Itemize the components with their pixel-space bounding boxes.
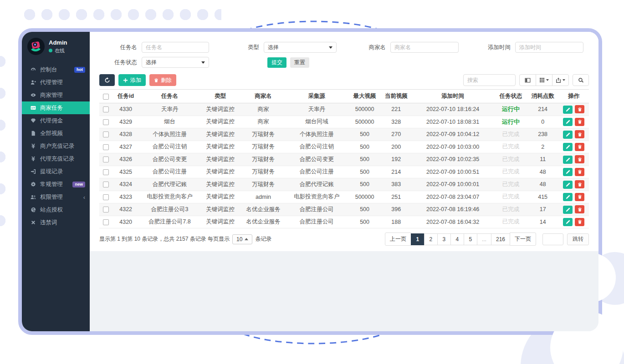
- sidebar-item-banned-words[interactable]: 违禁词: [22, 216, 90, 229]
- refresh-button[interactable]: [99, 74, 115, 86]
- search-button[interactable]: [573, 74, 589, 86]
- edit-button[interactable]: [563, 218, 573, 226]
- detail-view-button[interactable]: [519, 74, 536, 86]
- sidebar-item-merchant-recharge[interactable]: 商户充值记录: [22, 140, 90, 152]
- prev-page-button[interactable]: 上一页: [385, 233, 411, 246]
- row-checkbox[interactable]: [103, 157, 109, 162]
- row-checkbox[interactable]: [103, 207, 109, 212]
- cell-type: 关键词监控: [200, 141, 241, 153]
- cell-type: 关键词监控: [200, 153, 241, 166]
- row-checkbox[interactable]: [103, 169, 109, 175]
- cell-type: 关键词监控: [200, 103, 241, 116]
- next-page-button[interactable]: 下一页: [510, 233, 536, 246]
- file-icon: [30, 131, 36, 136]
- delete-button[interactable]: [575, 155, 584, 163]
- task-status-label: 任务状态: [99, 59, 142, 66]
- sidebar-item-label: 代理充值记录: [40, 155, 74, 163]
- delete-button[interactable]: [575, 105, 584, 113]
- table-row: 4327合肥公司注销关键词监控万瑞财务合肥公司注销5002002022-07-0…: [99, 141, 589, 153]
- cell-current-videos: 221: [382, 103, 411, 116]
- edit-button[interactable]: [563, 156, 573, 164]
- sidebar-item-all-videos[interactable]: 全部视频: [22, 127, 90, 140]
- row-checkbox[interactable]: [103, 106, 109, 112]
- task-name-label: 任务名: [99, 44, 142, 51]
- sidebar-item-permission-manage[interactable]: 权限管理‹: [22, 191, 90, 203]
- status-badge: 已完成: [502, 131, 520, 137]
- type-select[interactable]: 选择: [264, 42, 337, 53]
- add-button[interactable]: 添加: [118, 74, 146, 86]
- cell-task-id: 4327: [112, 141, 139, 153]
- sidebar-item-agent-commission[interactable]: 代理佣金: [22, 114, 90, 127]
- cell-status: 已完成: [495, 141, 527, 153]
- page-button-3[interactable]: 3: [437, 233, 451, 245]
- delete-button[interactable]: [575, 218, 584, 226]
- edit-button[interactable]: [563, 118, 573, 126]
- user-status-label: 在线: [55, 47, 65, 54]
- table-search-input[interactable]: [463, 74, 516, 86]
- row-checkbox[interactable]: [103, 119, 109, 125]
- delete-button[interactable]: [575, 168, 584, 176]
- table-row: 4326合肥公司变更关键词监控万瑞财务合肥公司变更5001922022-07-0…: [99, 153, 589, 166]
- delete-button[interactable]: [575, 130, 584, 138]
- cell-max-videos: 500: [348, 178, 381, 191]
- export-dropdown-button[interactable]: [552, 74, 569, 86]
- delete-selected-button[interactable]: 删除: [149, 74, 176, 86]
- page-button-216[interactable]: 216: [491, 233, 510, 245]
- avatar: [27, 38, 45, 55]
- delete-button[interactable]: [575, 205, 584, 213]
- view-button-group: [519, 74, 569, 86]
- cell-merchant: 商家: [241, 103, 286, 116]
- page-button-5[interactable]: 5: [464, 233, 477, 245]
- type-filter: 类型 选择: [209, 42, 337, 53]
- jump-page-input[interactable]: [542, 233, 563, 245]
- add-time-input[interactable]: [515, 42, 583, 53]
- task-status-select[interactable]: 选择: [142, 57, 209, 68]
- delete-button[interactable]: [575, 180, 584, 188]
- cell-merchant: 名优企业服务: [241, 203, 286, 216]
- edit-button[interactable]: [563, 143, 573, 151]
- edit-button[interactable]: [563, 193, 573, 201]
- cell-type: 关键词监控: [200, 216, 241, 228]
- page-button-1[interactable]: 1: [411, 233, 425, 245]
- row-checkbox[interactable]: [103, 194, 109, 200]
- row-checkbox[interactable]: [103, 219, 109, 225]
- edit-button[interactable]: [563, 206, 573, 214]
- cell-task-name: 合肥公司注册: [139, 166, 199, 178]
- cell-current-videos: 200: [382, 141, 411, 153]
- row-checkbox[interactable]: [103, 144, 109, 150]
- sidebar-item-general-manage[interactable]: 常规管理new: [22, 178, 90, 191]
- refresh-icon: [104, 77, 110, 83]
- reset-button[interactable]: 重置: [290, 57, 309, 68]
- sidebar-item-agent-manage[interactable]: 代理管理: [22, 76, 90, 89]
- status-badge: 运行中: [502, 118, 520, 125]
- jump-button[interactable]: 跳转: [567, 233, 589, 245]
- sidebar-item-withdraw-records[interactable]: 提现记录: [22, 165, 90, 178]
- sidebar-item-merchant-manage[interactable]: 商家管理: [22, 89, 90, 101]
- page-size-select[interactable]: 10: [232, 234, 252, 244]
- task-name-input[interactable]: [142, 42, 209, 53]
- merchant-input[interactable]: [390, 42, 459, 53]
- columns-dropdown-button[interactable]: [536, 74, 552, 86]
- column-header: 操作: [559, 90, 589, 103]
- sidebar-item-agent-recharge[interactable]: 代理充值记录: [22, 152, 90, 165]
- cell-checkbox: [99, 178, 112, 191]
- edit-button[interactable]: [563, 168, 573, 176]
- delete-button[interactable]: [575, 193, 584, 201]
- page-button-2[interactable]: 2: [424, 233, 438, 245]
- edit-button[interactable]: [563, 181, 573, 189]
- submit-button[interactable]: 提交: [267, 57, 286, 68]
- delete-button[interactable]: [575, 143, 584, 151]
- sidebar-item-merchant-tasks[interactable]: 商家任务: [22, 101, 90, 114]
- row-checkbox[interactable]: [103, 131, 109, 137]
- sidebar-item-site-auth[interactable]: 站点授权: [22, 203, 90, 216]
- delete-button[interactable]: [575, 118, 584, 126]
- page-button-4[interactable]: 4: [450, 233, 464, 245]
- cell-status: 运行中: [495, 116, 527, 128]
- cell-current-videos: 328: [382, 116, 411, 128]
- edit-button[interactable]: [563, 106, 573, 114]
- select-all-checkbox[interactable]: [103, 94, 109, 100]
- sidebar-item-dashboard[interactable]: 控制台hot: [22, 63, 90, 76]
- row-checkbox[interactable]: [103, 182, 109, 187]
- edit-button[interactable]: [563, 131, 573, 139]
- add-time-filter: 添加时间: [459, 42, 583, 53]
